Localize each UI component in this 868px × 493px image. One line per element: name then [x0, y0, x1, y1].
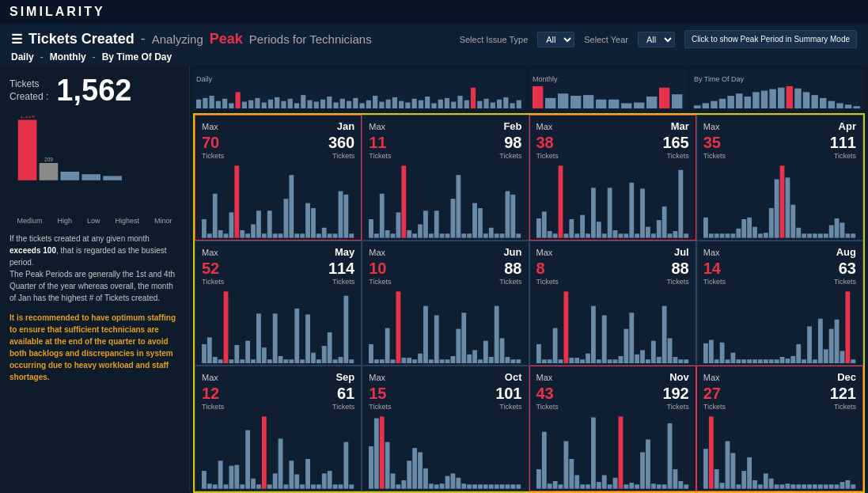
svg-rect-47 [457, 96, 462, 108]
svg-rect-117 [369, 219, 373, 238]
stat-total-label: Tickets [328, 152, 354, 160]
month-bar-area [202, 412, 354, 489]
svg-rect-305 [813, 359, 817, 363]
svg-rect-410 [774, 485, 779, 489]
svg-rect-123 [402, 165, 407, 237]
peak-summary-button[interactable]: Click to show Peak Period in Summary Mod… [684, 30, 857, 48]
stat-total: 61 Tickets [332, 385, 354, 411]
svg-rect-370 [541, 432, 546, 489]
issue-type-label: Select Issue Type [460, 35, 529, 44]
nav-daily[interactable]: Daily [11, 51, 34, 63]
svg-rect-302 [796, 344, 801, 364]
month-bar-area [703, 161, 856, 238]
nav-monthly[interactable]: Monthly [50, 51, 86, 63]
svg-rect-316 [218, 461, 223, 488]
svg-rect-401 [725, 442, 730, 489]
svg-rect-67 [659, 88, 669, 108]
svg-rect-159 [612, 230, 617, 238]
svg-rect-384 [618, 417, 623, 489]
svg-rect-181 [747, 218, 752, 238]
svg-rect-246 [462, 313, 467, 363]
svg-rect-362 [483, 485, 488, 489]
svg-rect-312 [851, 359, 855, 363]
svg-rect-378 [586, 485, 590, 489]
svg-rect-285 [703, 343, 708, 363]
title-dash: - [141, 31, 146, 47]
svg-rect-260 [552, 328, 557, 363]
month-stats: 52 Tickets 114 Tickets [202, 260, 354, 286]
svg-rect-161 [624, 233, 628, 237]
month-name: Aug [836, 246, 856, 258]
svg-rect-185 [769, 208, 774, 238]
svg-rect-98 [251, 224, 256, 237]
svg-rect-303 [802, 359, 806, 363]
mini-charts-row: Daily [193, 69, 865, 110]
stat-max-number: 10 [369, 260, 391, 278]
month-header-mar: Max Mar [536, 120, 689, 132]
svg-rect-146 [541, 211, 546, 237]
svg-rect-193 [813, 233, 817, 237]
svg-rect-116 [349, 233, 354, 237]
svg-rect-94 [229, 212, 234, 237]
svg-rect-51 [483, 99, 488, 108]
month-stats: 70 Tickets 360 Tickets [202, 134, 354, 160]
stat-max-number: 11 [369, 134, 391, 152]
svg-rect-2 [61, 172, 80, 180]
year-select[interactable]: All [638, 32, 675, 47]
month-header-jun: Max Jun [369, 246, 521, 258]
svg-rect-46 [451, 102, 456, 108]
svg-rect-171 [678, 170, 683, 238]
svg-rect-84 [820, 98, 826, 108]
issue-type-select[interactable]: All [537, 32, 574, 47]
svg-rect-197 [834, 218, 839, 238]
svg-rect-374 [563, 442, 568, 489]
month-bar-area [703, 412, 856, 489]
svg-rect-34 [373, 96, 377, 108]
svg-rect-90 [207, 233, 212, 237]
header-nav: Daily - Monthly - By Time Of Day [11, 51, 857, 63]
svg-rect-379 [591, 418, 596, 489]
nav-sep-2: - [93, 51, 96, 63]
month-header-aug: Max Aug [703, 246, 856, 258]
stat-total-number: 98 [499, 134, 521, 152]
stat-total-number: 114 [328, 260, 354, 278]
month-header-feb: Max Feb [369, 120, 521, 132]
svg-rect-105 [289, 175, 294, 237]
svg-rect-335 [322, 474, 327, 489]
svg-rect-38 [399, 101, 404, 108]
stat-max-number: 27 [703, 385, 726, 403]
svg-rect-108 [305, 203, 310, 238]
svg-rect-26 [320, 100, 325, 108]
svg-rect-369 [536, 469, 541, 489]
stat-total: 192 Tickets [662, 385, 688, 411]
svg-rect-186 [774, 180, 779, 238]
svg-rect-203 [213, 357, 218, 364]
stat-max: 10 Tickets [369, 260, 391, 286]
nav-bytime[interactable]: By Time Of Day [102, 51, 172, 63]
month-name: Apr [839, 120, 856, 132]
topbar: SIMILARITY [0, 0, 868, 24]
svg-rect-293 [747, 359, 752, 363]
svg-rect-418 [818, 485, 823, 489]
svg-rect-311 [845, 291, 850, 363]
svg-rect-128 [429, 233, 434, 237]
stat-total-number: 192 [662, 385, 688, 403]
svg-rect-391 [656, 485, 661, 489]
svg-rect-202 [207, 337, 212, 363]
svg-rect-334 [316, 485, 321, 489]
svg-rect-31 [353, 98, 358, 108]
svg-rect-110 [316, 233, 321, 237]
month-stats: 10 Tickets 88 Tickets [369, 260, 521, 286]
svg-rect-76 [752, 92, 759, 108]
svg-rect-327 [279, 439, 283, 489]
stat-total-label: Tickets [662, 152, 688, 160]
page-title: ☰ Tickets Created - Analyzing Peak Perio… [11, 31, 372, 47]
svg-rect-341 [369, 446, 373, 489]
stat-max: 14 Tickets [703, 260, 726, 286]
svg-rect-32 [360, 103, 365, 108]
svg-rect-162 [629, 183, 634, 238]
svg-rect-210 [251, 359, 256, 363]
stat-total-number: 360 [328, 134, 354, 152]
svg-rect-7 [196, 100, 201, 108]
svg-rect-277 [646, 359, 650, 363]
